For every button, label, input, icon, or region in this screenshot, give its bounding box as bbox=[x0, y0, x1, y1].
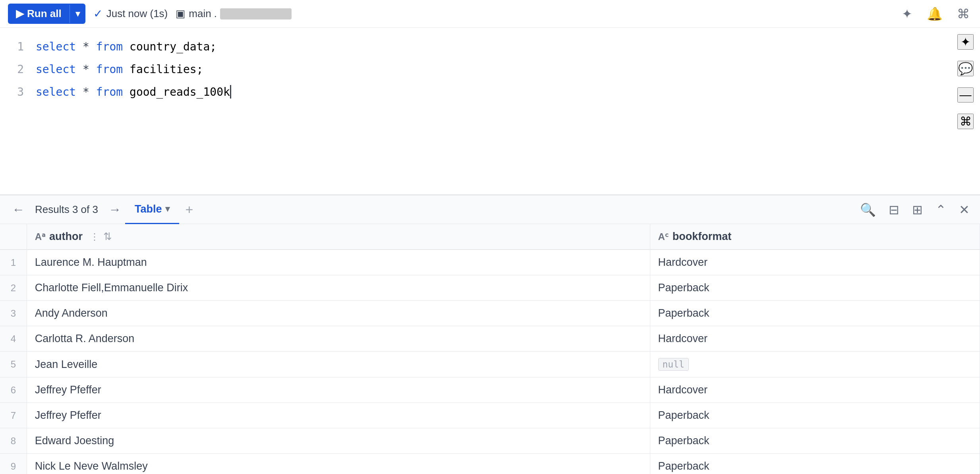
search-results-button[interactable]: 🔍 bbox=[858, 200, 878, 220]
bookformat-cell: Hardcover bbox=[650, 377, 980, 403]
author-menu-button[interactable]: ⋮ bbox=[90, 231, 99, 242]
row-number: 1 bbox=[0, 250, 27, 275]
bookformat-column-label: bookformat bbox=[673, 230, 732, 243]
author-cell: Jeffrey Pfeffer bbox=[27, 377, 650, 403]
results-panel: ← Results 3 of 3 → Table ▾ + 🔍 ⊟ ⊞ ⌃ ✕ A… bbox=[0, 195, 980, 474]
table-row: 4Carlotta R. AndersonHardcover bbox=[0, 326, 980, 352]
author-type-icon: Aᵃ bbox=[35, 231, 45, 242]
results-table-container[interactable]: Aᵃ author ⋮ ⇅ Aᶜ bookformat 1 bbox=[0, 224, 980, 474]
author-sort-button[interactable]: ⇅ bbox=[103, 230, 112, 243]
table-row: 8Edward JoestingPaperback bbox=[0, 428, 980, 454]
row-number: 3 bbox=[0, 301, 27, 326]
null-badge: null bbox=[658, 358, 689, 371]
table-header-row: Aᵃ author ⋮ ⇅ Aᶜ bookformat bbox=[0, 224, 980, 250]
table-row: 9Nick Le Neve WalmsleyPaperback bbox=[0, 454, 980, 474]
row-number: 6 bbox=[0, 377, 27, 403]
row-number: 9 bbox=[0, 454, 27, 474]
grid-icon[interactable]: ⌘ bbox=[957, 114, 974, 129]
next-result-button[interactable]: → bbox=[104, 200, 125, 219]
star-icon[interactable]: ✦ bbox=[899, 4, 915, 24]
code-content-2: select * from facilities; bbox=[36, 61, 203, 79]
run-all-button[interactable]: ▶ Run all ▾ bbox=[8, 4, 85, 24]
run-dropdown-icon[interactable]: ▾ bbox=[70, 5, 85, 23]
tab-table[interactable]: Table ▾ bbox=[125, 195, 179, 224]
bookformat-cell: Paperback bbox=[650, 275, 980, 301]
bookformat-cell: Paperback bbox=[650, 403, 980, 428]
editor-area[interactable]: 1 select * from country_data; 2 select *… bbox=[0, 28, 980, 195]
close-results-button[interactable]: ✕ bbox=[957, 200, 972, 220]
bookformat-cell: Paperback bbox=[650, 301, 980, 326]
db-name: main . bbox=[189, 8, 217, 20]
author-cell: Andy Anderson bbox=[27, 301, 650, 326]
toolbar-right-actions: ✦ 🔔 ⌘ bbox=[899, 4, 972, 24]
table-row: 5Jean Leveillenull bbox=[0, 352, 980, 377]
code-content-1: select * from country_data; bbox=[36, 38, 216, 56]
db-icon: ▣ bbox=[176, 8, 186, 20]
results-label: Results 3 of 3 bbox=[35, 203, 98, 216]
collapse-results-button[interactable]: ⌃ bbox=[933, 200, 949, 220]
bookformat-cell: Paperback bbox=[650, 428, 980, 454]
bookformat-cell: Hardcover bbox=[650, 326, 980, 352]
author-cell: Laurence M. Hauptman bbox=[27, 250, 650, 275]
results-table: Aᵃ author ⋮ ⇅ Aᶜ bookformat 1 bbox=[0, 224, 980, 474]
results-actions: 🔍 ⊟ ⊞ ⌃ ✕ bbox=[858, 200, 972, 220]
play-icon: ▶ bbox=[16, 8, 24, 20]
author-cell: Jeffrey Pfeffer bbox=[27, 403, 650, 428]
minus-icon[interactable]: — bbox=[957, 87, 974, 103]
layout-results-button[interactable]: ⊞ bbox=[910, 200, 925, 220]
check-icon: ✓ bbox=[93, 7, 102, 20]
table-row: 2Charlotte Fiell,Emmanuelle DirixPaperba… bbox=[0, 275, 980, 301]
table-row: 3Andy AndersonPaperback bbox=[0, 301, 980, 326]
toolbar: ▶ Run all ▾ ✓ Just now (1s) ▣ main . ✦ 🔔… bbox=[0, 0, 980, 28]
results-tabs-bar: ← Results 3 of 3 → Table ▾ + 🔍 ⊟ ⊞ ⌃ ✕ bbox=[0, 195, 980, 224]
add-tab-button[interactable]: + bbox=[179, 199, 200, 220]
row-number: 2 bbox=[0, 275, 27, 301]
run-all-label: Run all bbox=[27, 8, 62, 20]
author-cell: Nick Le Neve Walmsley bbox=[27, 454, 650, 474]
author-column-label: author bbox=[49, 230, 83, 243]
row-number: 4 bbox=[0, 326, 27, 352]
bookformat-cell: Hardcover bbox=[650, 250, 980, 275]
row-number: 7 bbox=[0, 403, 27, 428]
author-cell: Charlotte Fiell,Emmanuelle Dirix bbox=[27, 275, 650, 301]
status-text: Just now (1s) bbox=[106, 8, 168, 20]
tab-dropdown-icon[interactable]: ▾ bbox=[165, 204, 170, 214]
author-column-header[interactable]: Aᵃ author ⋮ ⇅ bbox=[27, 224, 650, 250]
line-number-3: 3 bbox=[0, 83, 24, 101]
db-selector[interactable]: ▣ main . bbox=[176, 8, 292, 20]
filter-results-button[interactable]: ⊟ bbox=[886, 200, 902, 220]
line-number-2: 2 bbox=[0, 61, 24, 79]
editor-right-icons: ✦ 💬 — ⌘ bbox=[957, 34, 974, 129]
tab-table-label: Table bbox=[135, 203, 162, 215]
author-cell: Edward Joesting bbox=[27, 428, 650, 454]
row-number: 8 bbox=[0, 428, 27, 454]
chat-icon[interactable]: 💬 bbox=[957, 61, 974, 76]
line-number-1: 1 bbox=[0, 38, 24, 56]
table-row: 7Jeffrey PfefferPaperback bbox=[0, 403, 980, 428]
prev-result-button[interactable]: ← bbox=[8, 200, 29, 219]
bookformat-cell: Paperback bbox=[650, 454, 980, 474]
table-row: 6Jeffrey PfefferHardcover bbox=[0, 377, 980, 403]
bookformat-type-icon: Aᶜ bbox=[658, 231, 669, 242]
row-number-header bbox=[0, 224, 27, 250]
code-content-3: select * from good_reads_100k bbox=[36, 83, 231, 101]
author-cell: Carlotta R. Anderson bbox=[27, 326, 650, 352]
sparkle-icon[interactable]: ✦ bbox=[957, 34, 974, 50]
row-number: 5 bbox=[0, 352, 27, 377]
db-name-blurred bbox=[220, 8, 292, 19]
code-line-3: 3 select * from good_reads_100k bbox=[0, 81, 980, 104]
author-cell: Jean Leveille bbox=[27, 352, 650, 377]
bookformat-cell: null bbox=[650, 352, 980, 377]
command-icon[interactable]: ⌘ bbox=[955, 4, 972, 24]
status-area: ✓ Just now (1s) bbox=[93, 7, 168, 20]
code-line-1: 1 select * from country_data; bbox=[0, 36, 980, 58]
table-body: 1Laurence M. HauptmanHardcover2Charlotte… bbox=[0, 250, 980, 474]
bookformat-column-header[interactable]: Aᶜ bookformat bbox=[650, 224, 980, 250]
bell-icon[interactable]: 🔔 bbox=[924, 4, 945, 24]
code-line-2: 2 select * from facilities; bbox=[0, 58, 980, 81]
table-row: 1Laurence M. HauptmanHardcover bbox=[0, 250, 980, 275]
